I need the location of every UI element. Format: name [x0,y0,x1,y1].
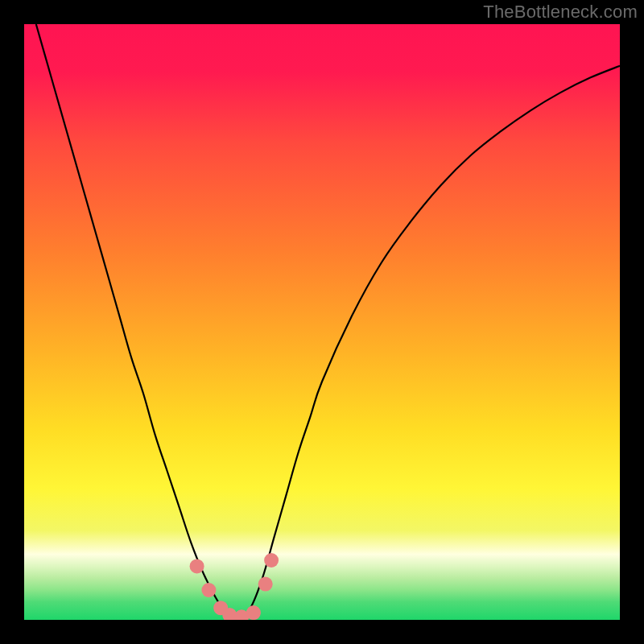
gradient-background [24,24,620,620]
curve-marker [190,559,204,573]
curve-marker [201,583,216,597]
curve-marker [258,577,273,592]
curve-marker [264,553,279,568]
watermark-text: TheBottleneck.com [483,2,638,23]
chart-svg [24,24,620,620]
curve-marker [246,605,261,620]
plot-area [24,24,620,620]
chart-frame: TheBottleneck.com [0,0,644,644]
